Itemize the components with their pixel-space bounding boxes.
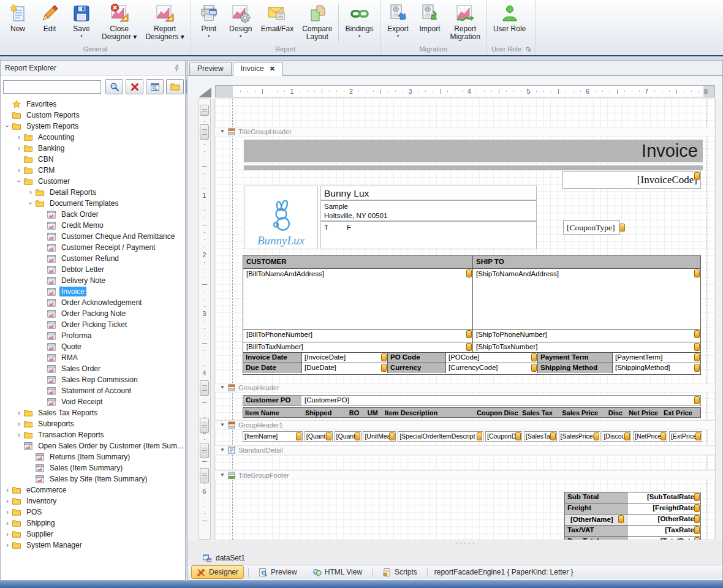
tree-item-supplier[interactable]: ›Supplier [1, 529, 185, 540]
report-migration-button[interactable]: ReportMigration [446, 1, 485, 41]
smart-tag-marker[interactable] [466, 330, 472, 338]
totalrate-field[interactable]: [TotalRate [628, 537, 700, 540]
tree-item-document-templates[interactable]: ›Document Templates [1, 198, 185, 209]
quant-field[interactable]: [Quant [335, 431, 362, 442]
salespricer-field[interactable]: [SalesPriceR [559, 431, 600, 442]
tree-item-shipping[interactable]: ›Shipping [1, 518, 185, 529]
tree-item-inventory[interactable]: ›Inventory [1, 496, 185, 507]
invoice-title-bar[interactable]: Invoice [244, 140, 703, 162]
netprice-field[interactable]: [NetPrice [633, 431, 667, 442]
chevron-collapsed-icon[interactable]: › [3, 519, 12, 527]
total-row-due-total[interactable]: Due Total[TotalRate [564, 537, 701, 540]
tree-item-back-order[interactable]: Back Order [1, 209, 185, 220]
band-header-groupheader1[interactable]: ▼GroupHeader1 [215, 420, 715, 430]
explorer-search-input[interactable] [3, 80, 101, 94]
total-row-sub-total[interactable]: Sub Total[SubTotalRate [564, 492, 701, 503]
dataset-component[interactable]: dataSet1 [202, 553, 245, 563]
tree-item-delivery-note[interactable]: Delivery Note [1, 275, 185, 286]
tree-item-rma[interactable]: RMA [1, 352, 185, 363]
tree-item-ecommerce[interactable]: ›eCommerce [1, 484, 185, 496]
chevron-collapsed-icon[interactable]: › [15, 145, 23, 152]
totals-table[interactable]: Sub Total[SubTotalRateFreight[FreightRat… [564, 492, 701, 540]
smart-tag-marker[interactable] [594, 432, 599, 440]
tree-item-customer[interactable]: ›Customer [1, 176, 185, 187]
smart-tag-marker[interactable] [550, 432, 556, 440]
shiptophonenumber-field[interactable]: [ShipToPhoneNumber] [473, 329, 700, 342]
smart-tag-marker[interactable] [694, 396, 700, 404]
taxrate-field[interactable]: [TaxRate [628, 526, 700, 536]
smart-tag-marker[interactable] [531, 364, 537, 372]
chevron-collapsed-icon[interactable]: › [15, 420, 23, 428]
band-header-groupheader[interactable]: ▼GroupHeader [215, 383, 715, 393]
specialorderitemdescript-field[interactable]: [SpecialOrderItemDescript [398, 431, 483, 442]
design-button[interactable]: Design▾ [225, 1, 257, 38]
otherrate-field[interactable]: [OtherRate [628, 514, 700, 525]
tree-item-order-picking-ticket[interactable]: Order Picking Ticket [1, 319, 185, 330]
tree-item-transaction-reports[interactable]: ›Transaction Reports [1, 429, 185, 440]
total-row-othername[interactable]: [OtherName][OtherRate [564, 514, 701, 526]
email-fax-button[interactable]: Email/Fax [257, 1, 298, 33]
band-resize-handle[interactable] [200, 418, 209, 433]
chevron-collapsed-icon[interactable]: › [3, 530, 12, 538]
smart-tag-marker[interactable] [296, 432, 301, 440]
extprice-field[interactable]: [ExtPrice [669, 431, 702, 442]
band-resize-handle[interactable] [200, 380, 209, 396]
unitmea-field[interactable]: [UnitMea [363, 431, 396, 442]
horizontal-ruler[interactable]: 12345678 [215, 85, 715, 97]
report-designers-button[interactable]: ReportDesigners ▾ [141, 1, 188, 41]
subtotalrate-field[interactable]: [SubTotalRate [628, 492, 700, 503]
band-header-titlegroupheader[interactable]: ▼TitleGroupHeader [215, 127, 715, 137]
billtophonenumber-field[interactable]: [BillToPhoneNumber] [243, 329, 472, 342]
smart-tag-marker[interactable] [619, 224, 625, 232]
smart-tag-marker[interactable] [694, 270, 700, 277]
tree-item-detail-reports[interactable]: ›Detail Reports [1, 187, 185, 198]
tree-item-favorites[interactable]: Favorites [1, 99, 185, 110]
tree-item-void-receipt[interactable]: Void Receipt [1, 396, 185, 407]
pin-icon[interactable] [173, 64, 181, 72]
chevron-collapsed-icon[interactable]: › [15, 431, 23, 439]
search-button[interactable] [105, 79, 123, 94]
company-logo[interactable]: BunnyLux [244, 186, 318, 249]
chevron-expanded-icon[interactable]: › [15, 177, 23, 186]
clear-search-button[interactable] [126, 79, 143, 94]
smart-tag-marker[interactable] [694, 537, 700, 540]
billtotaxnumber-field[interactable]: [BillToTaxNumber] [243, 342, 472, 352]
tree-item-quote[interactable]: Quote [1, 341, 185, 352]
view-button-scripts[interactable]: Scripts [377, 565, 423, 579]
chevron-collapsed-icon[interactable]: › [3, 497, 12, 505]
band-resize-handle[interactable] [200, 124, 209, 140]
tree-item-sales-item-summary[interactable]: Sales (Item Summary) [1, 462, 185, 473]
smart-tag-marker[interactable] [694, 172, 700, 180]
total-row-freight[interactable]: Freight[FreightRate [564, 503, 701, 514]
band-header-titlegroupfooter[interactable]: ▼TitleGroupFooter [215, 470, 715, 480]
tree-item-customer-refund[interactable]: Customer Refund [1, 253, 185, 264]
preview-window-button[interactable] [146, 79, 164, 94]
smart-tag-marker[interactable] [618, 515, 624, 523]
view-button-html-view[interactable]: HTML View [307, 565, 368, 579]
smart-tag-marker[interactable] [694, 343, 700, 351]
shiptonameandaddress-field[interactable]: [ShipToNameAndAddress] [473, 268, 700, 329]
tree-item-order-packing-note[interactable]: Order Packing Note [1, 308, 185, 319]
tree-item-sales-order[interactable]: Sales Order [1, 363, 185, 374]
smart-tag-marker[interactable] [515, 432, 521, 440]
chevron-expanded-icon[interactable]: › [4, 122, 11, 130]
currencycode-field[interactable]: [CurrencyCode] [445, 363, 537, 373]
band-resize-handle[interactable] [200, 468, 209, 483]
quanti-field[interactable]: [Quanti [305, 431, 333, 442]
invoicedate-field[interactable]: [InvoiceDate] [301, 352, 387, 363]
collapse-triangle-icon[interactable]: ▼ [220, 129, 225, 134]
smart-tag-marker[interactable] [694, 364, 700, 372]
smart-tag-marker[interactable] [531, 353, 537, 361]
chevron-collapsed-icon[interactable]: › [3, 508, 12, 516]
collapse-triangle-icon[interactable]: ▼ [220, 473, 225, 478]
smart-tag-marker[interactable] [326, 432, 331, 440]
freightrate-field[interactable]: [FreightRate [628, 503, 700, 514]
smart-tag-marker[interactable] [694, 526, 700, 534]
tree-item-custom-reports[interactable]: Custom Reports [1, 110, 185, 121]
tree-item-sales-by-site-item-summary[interactable]: Sales by Site (Item Summary) [1, 473, 185, 484]
chevron-collapsed-icon[interactable]: › [3, 486, 12, 494]
collapse-triangle-icon[interactable]: ▼ [220, 423, 225, 428]
new-button[interactable]: New [2, 1, 34, 33]
smart-tag-marker[interactable] [694, 504, 700, 512]
tree-item-proforma[interactable]: Proforma [1, 330, 185, 341]
